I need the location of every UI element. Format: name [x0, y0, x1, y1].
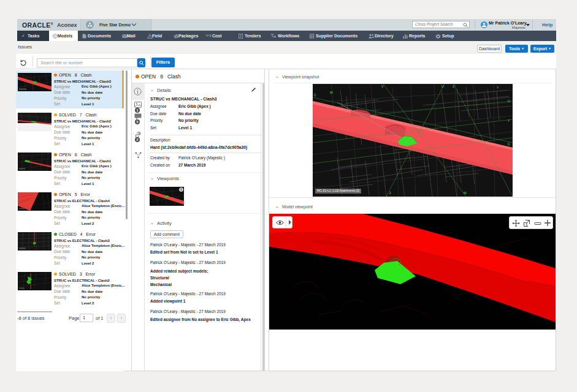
- svg-text:W: W: [464, 191, 467, 195]
- svg-text:2: 2: [453, 85, 454, 88]
- svg-text:U: U: [441, 85, 444, 88]
- svg-text:2: 2: [389, 191, 391, 195]
- svg-text:C: C: [508, 142, 510, 146]
- svg-text:U: U: [508, 99, 510, 103]
- svg-text:C: C: [314, 93, 316, 97]
- svg-text:W: W: [330, 91, 333, 94]
